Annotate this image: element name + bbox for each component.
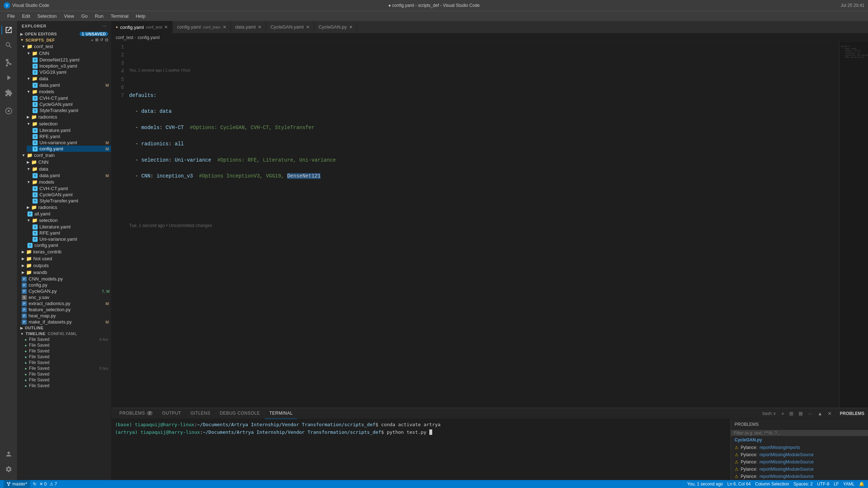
file-cyclegan-train[interactable]: Y CycleGAN.yaml <box>33 192 111 198</box>
folder-not-used[interactable]: ▶ 📁 Not used <box>22 255 111 262</box>
problem-1[interactable]: ⚠ Pylance:reportMissingImports <box>731 444 868 451</box>
new-file-btn[interactable]: + <box>91 38 94 42</box>
file-cvhct-train[interactable]: Y CVH-CT.yaml <box>33 185 111 192</box>
new-folder-btn[interactable]: ⊞ <box>95 38 99 42</box>
activity-settings[interactable] <box>1 462 16 476</box>
file-rfe-test[interactable]: Y RFE.yaml <box>33 133 111 140</box>
file-data-yaml[interactable]: Y data.yaml M <box>33 82 111 88</box>
tab-cyclegan-yaml[interactable]: CycleGAN.yaml ✕ <box>266 21 314 33</box>
problem-2[interactable]: ⚠ Pylance:reportMissingModuleSource <box>731 451 868 458</box>
file-densenet[interactable]: Y DenseNet121.yaml <box>33 57 111 63</box>
problems-filter-input[interactable] <box>731 430 868 436</box>
tab-config-train[interactable]: config.yaml conf_train ✕ <box>173 21 231 33</box>
file-rfe-train[interactable]: Y RFE.yaml <box>33 230 111 236</box>
timeline-header[interactable]: ▼ TIMELINE config.yaml <box>17 331 111 337</box>
activity-search[interactable] <box>1 38 16 52</box>
code-content[interactable]: You, 1 second ago | 1 author (You) defau… <box>128 42 839 408</box>
menu-terminal[interactable]: Terminal <box>107 13 132 20</box>
activity-accounts[interactable] <box>1 447 16 461</box>
menu-run[interactable]: Run <box>91 13 107 20</box>
folder-models-test[interactable]: ▼ 📁 models <box>27 88 111 95</box>
file-cvhct-test[interactable]: Y CVH-CT.yaml <box>33 95 111 101</box>
file-inceptionv3[interactable]: Y inception_v3.yaml <box>33 63 111 69</box>
file-univariance-train[interactable]: Y Uni-variance.yaml <box>33 236 111 242</box>
status-author[interactable]: You, 1 second ago <box>687 481 723 487</box>
editor-area[interactable]: 1 2 3 4 5 6 7 You, 1 second ago | 1 auth… <box>111 42 868 408</box>
status-errors[interactable]: ✕ 0 <box>39 481 47 487</box>
activity-source-control[interactable] <box>1 55 16 70</box>
status-eol[interactable]: LF <box>834 481 839 487</box>
status-sync[interactable]: ↻ <box>33 481 37 487</box>
file-cnn-models-py[interactable]: P CNN_models.py <box>22 276 111 282</box>
tab-close-4[interactable]: ✕ <box>306 25 310 30</box>
timeline-item-6[interactable]: ● File Saved 5 hrs <box>17 365 111 371</box>
terminal-area[interactable]: (base) tiapaquij@harry-linux:~/Documents… <box>111 419 731 480</box>
panel-ctrl-kill[interactable]: ⊠ <box>797 410 804 417</box>
file-config-py[interactable]: P config.py <box>22 282 111 288</box>
menu-help[interactable]: Help <box>132 13 149 20</box>
file-cyclegan-test[interactable]: Y CycleGAN.yaml <box>33 101 111 107</box>
tab-close-1[interactable]: ✕ <box>164 25 168 30</box>
file-enc-y[interactable]: S enc_y.sav <box>22 294 111 300</box>
panel-tab-gitlens[interactable]: GITLENS <box>186 408 215 419</box>
timeline-item-3[interactable]: ● File Saved <box>17 348 111 354</box>
file-data-train[interactable]: Y data.yaml M <box>33 172 111 179</box>
file-cyclegan-py[interactable]: P CycleGAN.py 7, M <box>22 288 111 294</box>
file-literature-train[interactable]: Y Literature.yaml <box>33 224 111 230</box>
problem-4[interactable]: ⚠ Pylance:reportMissingModuleSource <box>731 466 868 473</box>
activity-extensions[interactable] <box>1 86 16 100</box>
folder-data-test[interactable]: ▼ 📁 data <box>27 75 111 82</box>
file-heat-map[interactable]: P heat_map.py <box>22 313 111 319</box>
timeline-item-7[interactable]: ● File Saved <box>17 371 111 377</box>
folder-selection-test[interactable]: ▼ 📁 selection <box>27 120 111 127</box>
activity-gitlens[interactable] <box>1 104 16 119</box>
tab-close-5[interactable]: ✕ <box>349 25 353 30</box>
tab-close-2[interactable]: ✕ <box>223 25 226 30</box>
tab-cyclegan-py[interactable]: CycleGAN.py ✕ <box>314 21 357 33</box>
menu-go[interactable]: Go <box>78 13 91 20</box>
status-position[interactable]: Ln 6, Col 64 <box>727 481 751 487</box>
file-vgg19[interactable]: Y VGG19.yaml <box>33 69 111 75</box>
folder-cnn-train[interactable]: ▶ 📁 CNN <box>27 159 111 166</box>
file-extract-radionics[interactable]: P extract_radionics.py M <box>22 300 111 307</box>
status-spaces[interactable]: Spaces: 2 <box>793 481 813 487</box>
timeline-item-5[interactable]: ● File Saved <box>17 360 111 365</box>
collapse-btn[interactable]: ⊟ <box>105 38 109 42</box>
panel-tab-output[interactable]: OUTPUT <box>158 408 185 419</box>
timeline-item-1[interactable]: ● File Saved 4 hrs <box>17 337 111 342</box>
file-styletransfer-train[interactable]: Y StyleTransfer.yaml <box>33 198 111 204</box>
file-feature-selection[interactable]: P feature_selection.py <box>22 307 111 313</box>
sidebar-more[interactable]: ··· <box>102 24 107 28</box>
status-encoding[interactable]: UTF-8 <box>817 481 829 487</box>
folder-cnn-test[interactable]: ▼ 📁 CNN <box>27 50 111 57</box>
folder-conf-train[interactable]: ▼ 📁 conf_train <box>22 152 111 159</box>
file-config-test-active[interactable]: Y config.yaml M <box>27 146 111 152</box>
menu-edit[interactable]: Edit <box>18 13 34 20</box>
panel-ctrl-close[interactable]: ✕ <box>826 410 833 417</box>
folder-conf-test[interactable]: ▼ 📁 conf_test <box>22 43 111 50</box>
timeline-item-4[interactable]: ● File Saved <box>17 354 111 360</box>
timeline-item-8[interactable]: ● File Saved <box>17 377 111 383</box>
file-literature-test[interactable]: Y Literature.yaml <box>33 127 111 133</box>
menu-selection[interactable]: Selection <box>34 13 60 20</box>
breadcrumb-part2[interactable]: config.yaml <box>138 35 160 40</box>
scripts-def-header[interactable]: ▼ SCRIPTS_DEF + ⊞ ↺ ⊟ <box>17 37 111 43</box>
tab-config-test[interactable]: ● config.yaml conf_test ✕ <box>111 21 173 33</box>
status-language[interactable]: YAML <box>843 481 855 487</box>
open-editors-header[interactable]: ▶ OPEN EDITORS 1 unsaved <box>17 31 111 37</box>
panel-tab-terminal[interactable]: TERMINAL <box>265 408 297 419</box>
file-univariance-test[interactable]: Y Uni-variance.yaml M <box>33 140 111 146</box>
folder-data-train[interactable]: ▼ 📁 data <box>27 166 111 172</box>
tab-data-yaml[interactable]: data.yaml ✕ <box>231 21 266 33</box>
menu-view[interactable]: View <box>60 13 78 20</box>
refresh-btn[interactable]: ↺ <box>100 38 103 42</box>
panel-ctrl-maximize[interactable]: ▲ <box>816 410 824 417</box>
panel-ctrl-more[interactable]: ··· <box>807 410 814 417</box>
problem-3[interactable]: ⚠ Pylance:reportMissingModuleSource <box>731 458 868 466</box>
file-all-yaml[interactable]: Y all.yaml <box>27 211 111 217</box>
breadcrumb-part1[interactable]: conf_test <box>116 35 133 40</box>
panel-ctrl-split[interactable]: ⊞ <box>788 410 795 417</box>
status-feedback[interactable]: 🔔 <box>859 481 864 487</box>
status-warnings[interactable]: ⚠ 7 <box>50 481 57 487</box>
folder-selection-train[interactable]: ▼ 📁 selection <box>27 217 111 224</box>
